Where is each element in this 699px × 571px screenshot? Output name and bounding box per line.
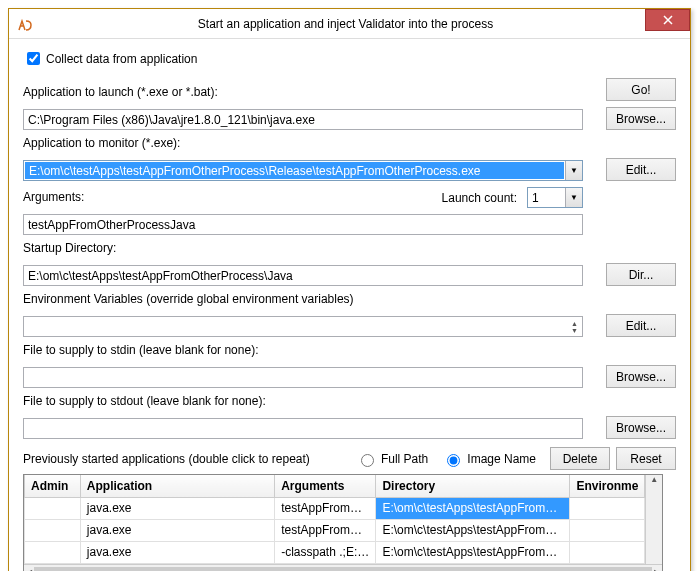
th-directory[interactable]: Directory xyxy=(376,475,570,497)
cell-application: java.exe xyxy=(80,497,274,519)
browse-stdout-button[interactable]: Browse... xyxy=(606,416,676,439)
horizontal-scrollbar[interactable]: ◀ ▶ xyxy=(24,564,662,572)
arguments-label: Arguments: xyxy=(23,190,432,204)
launch-count-select[interactable]: 1 ▼ xyxy=(527,187,583,208)
stdin-label: File to supply to stdin (leave blank for… xyxy=(23,343,583,357)
vertical-scrollbar[interactable]: ▲ xyxy=(645,475,662,564)
dialog-window: Start an application and inject Validato… xyxy=(8,8,691,571)
cell-directory: E:\om\c\testApps\testAppFromOth... xyxy=(376,541,570,563)
launch-count-label: Launch count: xyxy=(442,191,517,205)
app-monitor-dropdown[interactable]: E:\om\c\testApps\testAppFromOtherProcess… xyxy=(23,160,583,181)
radio-full-path-input[interactable] xyxy=(361,454,374,467)
startup-dir-label: Startup Directory: xyxy=(23,241,583,255)
edit-monitor-button[interactable]: Edit... xyxy=(606,158,676,181)
radio-image-name-input[interactable] xyxy=(447,454,460,467)
browse-stdin-button[interactable]: Browse... xyxy=(606,365,676,388)
cell-environment xyxy=(570,497,645,519)
collect-data-label: Collect data from application xyxy=(46,52,197,66)
app-launch-input[interactable] xyxy=(23,109,583,130)
prev-apps-table[interactable]: Admin Application Arguments Directory En… xyxy=(24,475,645,564)
th-admin[interactable]: Admin xyxy=(25,475,81,497)
dir-button[interactable]: Dir... xyxy=(606,263,676,286)
app-icon xyxy=(17,16,33,32)
startup-dir-input[interactable] xyxy=(23,265,583,286)
cell-admin xyxy=(25,519,81,541)
table-row[interactable]: java.exetestAppFromOt...E:\om\c\testApps… xyxy=(25,519,645,541)
launch-count-value: 1 xyxy=(532,191,565,205)
cell-environment xyxy=(570,519,645,541)
th-environment[interactable]: Environme xyxy=(570,475,645,497)
titlebar: Start an application and inject Validato… xyxy=(9,9,690,39)
cell-arguments: testAppFromOt... xyxy=(275,497,376,519)
prev-apps-toolbar: Previously started applications (double … xyxy=(23,447,676,470)
stdin-input[interactable] xyxy=(23,367,583,388)
th-application[interactable]: Application xyxy=(80,475,274,497)
radio-image-name[interactable]: Image Name xyxy=(442,451,536,467)
cell-admin xyxy=(25,497,81,519)
env-vars-box[interactable]: ▲▼ xyxy=(23,316,583,337)
cell-arguments: testAppFromOt... xyxy=(275,519,376,541)
stdout-input[interactable] xyxy=(23,418,583,439)
reset-button[interactable]: Reset xyxy=(616,447,676,470)
cell-arguments: -classpath .;E:\o... xyxy=(275,541,376,563)
window-title: Start an application and inject Validato… xyxy=(41,17,690,31)
cell-admin xyxy=(25,541,81,563)
browse-launch-button[interactable]: Browse... xyxy=(606,107,676,130)
cell-environment xyxy=(570,541,645,563)
app-monitor-value: E:\om\c\testApps\testAppFromOtherProcess… xyxy=(25,162,564,179)
cell-directory: E:\om\c\testApps\testAppFromOt... xyxy=(376,497,570,519)
th-arguments[interactable]: Arguments xyxy=(275,475,376,497)
collect-data-checkbox[interactable] xyxy=(27,52,40,65)
arguments-input[interactable] xyxy=(23,214,583,235)
prev-apps-caption: Previously started applications (double … xyxy=(23,452,310,466)
table-row[interactable]: java.exetestAppFromOt...E:\om\c\testApps… xyxy=(25,497,645,519)
go-button[interactable]: Go! xyxy=(606,78,676,101)
app-launch-label: Application to launch (*.exe or *.bat): xyxy=(23,85,583,99)
cell-application: java.exe xyxy=(80,541,274,563)
cell-application: java.exe xyxy=(80,519,274,541)
dropdown-arrow-icon: ▼ xyxy=(565,161,582,180)
env-vars-label: Environment Variables (override global e… xyxy=(23,292,583,306)
stdout-label: File to supply to stdout (leave blank fo… xyxy=(23,394,583,408)
radio-full-path[interactable]: Full Path xyxy=(356,451,428,467)
table-row[interactable]: java.exe-classpath .;E:\o...E:\om\c\test… xyxy=(25,541,645,563)
dropdown-arrow-icon: ▼ xyxy=(565,188,582,207)
collect-data-checkbox-row: Collect data from application xyxy=(23,49,676,68)
prev-apps-table-wrap: Admin Application Arguments Directory En… xyxy=(23,474,663,571)
delete-button[interactable]: Delete xyxy=(550,447,610,470)
cell-directory: E:\om\c\testApps\testAppFromOth... xyxy=(376,519,570,541)
up-down-icon: ▲▼ xyxy=(571,320,578,334)
close-button[interactable] xyxy=(645,9,690,31)
app-monitor-label: Application to monitor (*.exe): xyxy=(23,136,583,150)
edit-env-button[interactable]: Edit... xyxy=(606,314,676,337)
